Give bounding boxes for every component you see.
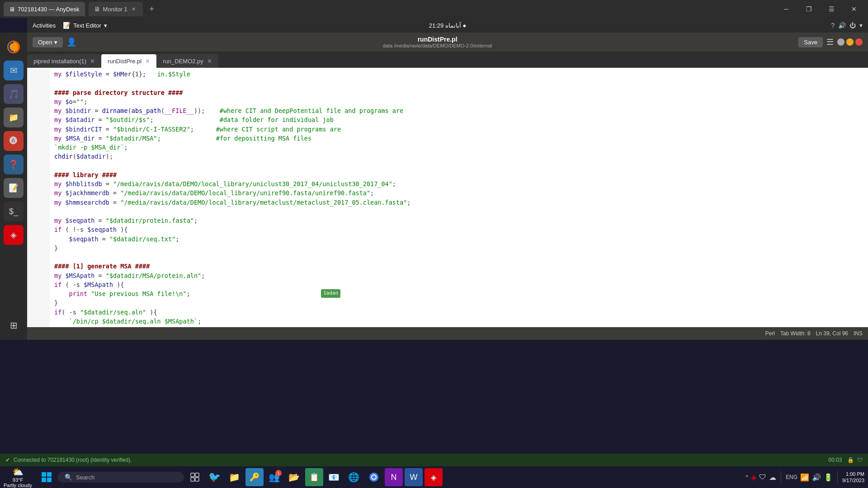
code-line xyxy=(27,79,868,88)
audio-icon[interactable]: 🔊 xyxy=(838,22,846,29)
weather-icon: ⛅ xyxy=(12,466,24,477)
sidebar-icon-mail[interactable]: ✉ xyxy=(4,61,24,80)
task-view-icon xyxy=(190,473,199,482)
tab-pipred[interactable]: pipred installation(1) ✕ xyxy=(27,54,101,68)
taskbar-word[interactable]: W xyxy=(405,468,423,486)
taskbar-bird-app[interactable]: 🐦 xyxy=(206,468,224,486)
tray-sep xyxy=(781,471,781,483)
hamburger-menu-icon[interactable]: ☰ xyxy=(826,37,834,47)
close-button[interactable]: ✕ xyxy=(844,2,864,16)
taskbar-explorer[interactable]: 📂 xyxy=(285,468,303,486)
code-line: if( -s "$datadir/seq.aln" ){ xyxy=(27,308,868,317)
taskbar: ⛅ 93°F Partly cloudy 🔍 Search 🐦 📁 🔑 👥 xyxy=(0,466,868,488)
tab-rundemo2-close[interactable]: ✕ xyxy=(207,58,212,65)
power-icon[interactable]: ⏻ xyxy=(849,22,856,29)
taskbar-libreoffice[interactable]: 📋 xyxy=(305,468,323,486)
cloud-tray-icon[interactable]: ☁ xyxy=(769,473,776,482)
person-icon[interactable]: 👤 xyxy=(66,37,76,47)
code-line: print "Use previous MSA file!\n"; xyxy=(27,289,868,298)
save-button[interactable]: Save xyxy=(798,37,823,47)
taskbar-onenote[interactable]: N xyxy=(385,468,403,486)
clock-sep xyxy=(837,471,838,483)
tab-rundistpre[interactable]: runDistPre.pl ✕ xyxy=(101,54,156,68)
insert-mode: INS xyxy=(854,330,863,337)
code-line: my $datadir = "$outdir/$s"; #data folder… xyxy=(27,115,868,124)
open-button[interactable]: Open ▾ xyxy=(33,37,63,47)
taskbar-mail[interactable]: 📧 xyxy=(325,468,343,486)
code-line: if ( -s $MSApath ){ xyxy=(27,280,868,289)
new-tab-button[interactable]: + xyxy=(146,4,157,14)
volume-icon[interactable]: 🔊 xyxy=(812,473,821,482)
sidebar-icon-firefox[interactable] xyxy=(4,37,24,57)
help-icon[interactable]: ? xyxy=(831,22,835,29)
activities-button[interactable]: Activities xyxy=(33,22,56,29)
sidebar-icon-help[interactable]: ❓ xyxy=(4,155,24,174)
sidebar: ✉ 🎵 📁 🅐 ❓ 📝 $_ ◈ ⊞ xyxy=(0,33,27,340)
hidden-icons-btn[interactable]: ^ xyxy=(745,474,748,480)
code-line: `mkdir -p $MSA_dir`; xyxy=(27,143,868,152)
svg-rect-2 xyxy=(42,472,46,477)
network-icon[interactable]: 📶 xyxy=(800,473,809,482)
clock-time: 1:00 PM xyxy=(846,471,864,477)
taskbar-teams[interactable]: 👥 1 xyxy=(265,468,283,486)
task-view-button[interactable] xyxy=(186,468,204,486)
code-line: #### [1] generate MSA #### xyxy=(27,262,868,271)
anydesk-tray-icon[interactable]: ◈ xyxy=(751,473,756,482)
start-button[interactable] xyxy=(38,468,56,486)
taskbar-weather[interactable]: ⛅ 93°F Partly cloudy xyxy=(4,466,32,488)
svg-point-12 xyxy=(372,475,376,479)
app-name-label: Text Editor xyxy=(73,22,101,29)
code-line: my $bindir = dirname(abs_path(__FILE__))… xyxy=(27,106,868,115)
app-name-area: 📝 Text Editor ▾ xyxy=(63,22,107,29)
code-area[interactable]: my $fileStyle = $HMer{1}; in.$Style ####… xyxy=(27,68,868,327)
sidebar-icon-notes[interactable]: 📝 xyxy=(4,178,24,198)
gedit-filename: runDistPre.pl xyxy=(418,36,458,43)
tab-rundistpre-close[interactable]: ✕ xyxy=(145,58,150,65)
code-line: my $fileStyle = $HMer{1}; in.$Style xyxy=(27,70,868,79)
sidebar-icon-anydesk[interactable]: ◈ xyxy=(4,225,24,245)
sidebar-icon-terminal[interactable]: $_ xyxy=(4,202,24,221)
anydesk-tab[interactable]: 🖥 702181430 — AnyDesk xyxy=(4,2,85,16)
gedit-restore-btn[interactable] xyxy=(846,38,854,46)
text-editor-icon: 📝 xyxy=(63,22,71,29)
taskbar-anydesk[interactable]: ◈ xyxy=(425,468,443,486)
gedit-close-btn[interactable] xyxy=(855,38,863,46)
tab-width-selector[interactable]: Tab Width: 8 xyxy=(780,330,811,337)
taskbar-keepass[interactable]: 🔑 xyxy=(245,468,264,486)
monitor-tab-close[interactable]: ✕ xyxy=(130,5,137,13)
gnome-topbar: Activities 📝 Text Editor ▾ 21:29 آبانماه… xyxy=(27,18,868,33)
gedit-minimize-btn[interactable] xyxy=(837,38,844,46)
gedit-title-area: runDistPre.pl data /media/ravis/data/DEM… xyxy=(80,36,795,48)
tab-screen-icon: 🖥 xyxy=(94,5,100,13)
gedit-menu-icons: ☰ xyxy=(826,37,834,47)
sidebar-icon-files[interactable]: 📁 xyxy=(4,108,24,127)
shield-tray-icon[interactable]: 🛡 xyxy=(759,473,766,481)
code-line: my $bindirCIT = "$bindir/C-I-TASSER2"; #… xyxy=(27,125,868,134)
restore-button[interactable]: ❐ xyxy=(798,2,819,16)
tab-pipred-close[interactable]: ✕ xyxy=(90,58,95,65)
sidebar-icon-appstore[interactable]: 🅐 xyxy=(4,131,24,151)
monitor-tab[interactable]: 🖥 Monitor 1 ✕ xyxy=(89,2,143,16)
taskbar-edge[interactable]: 🌐 xyxy=(345,468,363,486)
svg-rect-4 xyxy=(42,478,46,482)
svg-rect-8 xyxy=(191,478,194,481)
tab-rundemo2[interactable]: run_DEMO2.py ✕ xyxy=(156,54,218,68)
sys-menu-arrow[interactable]: ▾ xyxy=(859,22,863,29)
teams-badge: 1 xyxy=(275,470,282,476)
taskbar-files[interactable]: 📁 xyxy=(226,468,244,486)
cursor-position[interactable]: Ln 39, Col 96 xyxy=(816,330,848,337)
editor-window: Open ▾ 👤 runDistPre.pl data /media/ravis… xyxy=(27,33,868,340)
gedit-toolbar: Open ▾ 👤 runDistPre.pl data /media/ravis… xyxy=(27,33,868,52)
app-menu-arrow[interactable]: ▾ xyxy=(104,22,107,29)
sys-clock[interactable]: 1:00 PM 9/17/2023 xyxy=(842,471,864,484)
lang-indicator[interactable]: ENG xyxy=(786,474,797,480)
sidebar-icon-grid[interactable]: ⊞ xyxy=(4,315,24,335)
code-line: `/bin/cp $datadir/seq.aln $MSApath`; xyxy=(27,317,868,326)
lang-selector[interactable]: Perl xyxy=(765,330,775,337)
minimize-button[interactable]: ─ xyxy=(776,2,797,16)
battery-icon[interactable]: 🔋 xyxy=(824,473,833,482)
sidebar-icon-rhythmbox[interactable]: 🎵 xyxy=(4,84,24,104)
toolbar-button[interactable]: ☰ xyxy=(821,2,842,16)
taskbar-chrome[interactable] xyxy=(365,468,383,486)
search-box[interactable]: 🔍 Search xyxy=(57,472,184,483)
